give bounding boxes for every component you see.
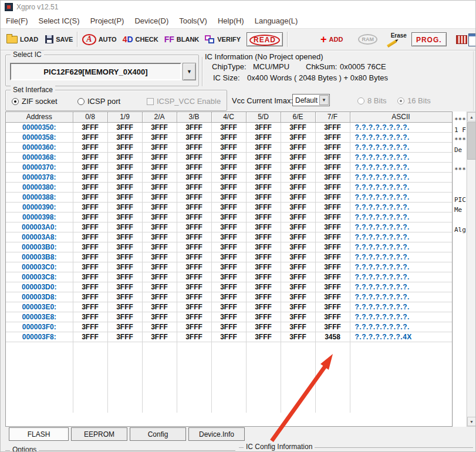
- hex-address-cell[interactable]: 000003B8:: [6, 252, 73, 262]
- hex-value-cell[interactable]: 3FFF: [107, 322, 142, 332]
- bits-8-radio[interactable]: 8 Bits: [357, 96, 387, 105]
- hex-value-cell[interactable]: 3FFF: [107, 332, 142, 342]
- hex-ascii-cell[interactable]: ?.?.?.?.?.?.?.4X: [350, 332, 452, 342]
- hex-value-cell[interactable]: 3FFF: [142, 212, 177, 222]
- hex-ascii-cell[interactable]: ?.?.?.?.?.?.?.?.: [350, 192, 452, 202]
- hex-value-cell[interactable]: 3FFF: [73, 202, 107, 212]
- selected-ic-display[interactable]: PIC12F629[MEMORY_0X400]: [10, 63, 181, 80]
- hex-address-cell[interactable]: 000003C0:: [6, 262, 73, 272]
- hex-value-cell[interactable]: 3FFF: [211, 252, 246, 262]
- hex-value-cell[interactable]: 3FFF: [315, 272, 350, 282]
- hex-value-cell[interactable]: 3FFF: [246, 312, 281, 322]
- hex-value-cell[interactable]: 3FFF: [211, 282, 246, 292]
- auto-button[interactable]: A AUTO: [82, 34, 116, 45]
- hex-value-cell[interactable]: 3FFF: [246, 142, 281, 152]
- hex-ascii-cell[interactable]: ?.?.?.?.?.?.?.?.: [350, 202, 452, 212]
- hex-value-cell[interactable]: 3FFF: [281, 292, 315, 302]
- tab-eeprom[interactable]: EEPROM: [71, 427, 127, 441]
- hex-value-cell[interactable]: 3FFF: [177, 212, 211, 222]
- menu-item-help[interactable]: Help(H): [212, 14, 249, 29]
- erase-button[interactable]: Erase: [387, 32, 407, 47]
- hex-value-cell[interactable]: 3FFF: [281, 132, 315, 142]
- ic-dropdown-button[interactable]: ▼: [183, 63, 196, 80]
- check-button[interactable]: 4D CHECK: [123, 35, 158, 43]
- hex-ascii-cell[interactable]: ?.?.?.?.?.?.?.?.: [350, 222, 452, 232]
- hex-ascii-cell[interactable]: ?.?.?.?.?.?.?.?.: [350, 162, 452, 172]
- bits-16-radio[interactable]: 16 Bits: [397, 96, 431, 105]
- hex-value-cell[interactable]: 3FFF: [211, 172, 246, 182]
- hex-address-cell[interactable]: 00000378:: [6, 172, 73, 182]
- hex-value-cell[interactable]: 3FFF: [211, 242, 246, 252]
- hex-ascii-cell[interactable]: ?.?.?.?.?.?.?.?.: [350, 232, 452, 242]
- hex-value-cell[interactable]: 3FFF: [315, 312, 350, 322]
- ram-button[interactable]: RAM: [358, 34, 377, 45]
- hex-address-cell[interactable]: 000003E0:: [6, 302, 73, 312]
- hex-value-cell[interactable]: 3FFF: [73, 222, 107, 232]
- hex-value-cell[interactable]: 3FFF: [142, 312, 177, 322]
- hex-address-cell[interactable]: 00000370:: [6, 162, 73, 172]
- hex-value-cell[interactable]: 3FFF: [107, 182, 142, 192]
- hex-value-cell[interactable]: 3FFF: [315, 152, 350, 162]
- hex-value-cell[interactable]: 3FFF: [177, 282, 211, 292]
- hex-address-cell[interactable]: 00000398:: [6, 212, 73, 222]
- hex-value-cell[interactable]: 3FFF: [142, 322, 177, 332]
- hex-value-cell[interactable]: 3FFF: [177, 162, 211, 172]
- prog-button[interactable]: PROG.: [411, 32, 447, 46]
- hex-value-cell[interactable]: 3FFF: [246, 132, 281, 142]
- hex-value-cell[interactable]: 3FFF: [246, 272, 281, 282]
- hex-value-cell[interactable]: 3FFF: [211, 212, 246, 222]
- hex-value-cell[interactable]: 3FFF: [246, 172, 281, 182]
- hex-value-cell[interactable]: 3FFF: [281, 142, 315, 152]
- zif-socket-radio[interactable]: ZIF socket: [12, 97, 58, 106]
- hex-value-cell[interactable]: 3FFF: [211, 222, 246, 232]
- tab-config[interactable]: Config: [130, 427, 186, 441]
- hex-value-cell[interactable]: 3FFF: [73, 292, 107, 302]
- hex-value-cell[interactable]: 3FFF: [281, 182, 315, 192]
- scroll-down-button[interactable]: ▼: [467, 417, 476, 426]
- hex-address-cell[interactable]: 00000350:: [6, 122, 73, 132]
- save-button[interactable]: SAVE: [45, 35, 73, 43]
- hex-value-cell[interactable]: 3FFF: [246, 322, 281, 332]
- hex-value-cell[interactable]: 3FFF: [142, 132, 177, 142]
- hex-value-cell[interactable]: 3FFF: [315, 212, 350, 222]
- hex-value-cell[interactable]: 3FFF: [142, 242, 177, 252]
- hex-value-cell[interactable]: 3FFF: [142, 282, 177, 292]
- hex-value-cell[interactable]: 3FFF: [142, 262, 177, 272]
- hex-value-cell[interactable]: 3FFF: [142, 302, 177, 312]
- hex-value-cell[interactable]: 3FFF: [177, 172, 211, 182]
- hex-ascii-cell[interactable]: ?.?.?.?.?.?.?.?.: [350, 182, 452, 192]
- hex-value-cell[interactable]: 3FFF: [177, 292, 211, 302]
- hex-ascii-cell[interactable]: ?.?.?.?.?.?.?.?.: [350, 152, 452, 162]
- hex-value-cell[interactable]: 3FFF: [246, 222, 281, 232]
- hex-ascii-cell[interactable]: ?.?.?.?.?.?.?.?.: [350, 252, 452, 262]
- hex-value-cell[interactable]: 3FFF: [246, 332, 281, 342]
- hex-value-cell[interactable]: 3FFF: [246, 182, 281, 192]
- add-button[interactable]: + ADD: [320, 35, 343, 44]
- hex-value-cell[interactable]: 3FFF: [73, 212, 107, 222]
- hex-ascii-cell[interactable]: ?.?.?.?.?.?.?.?.: [350, 282, 452, 292]
- hex-value-cell[interactable]: 3FFF: [73, 302, 107, 312]
- hex-value-cell[interactable]: 3FFF: [315, 282, 350, 292]
- hex-value-cell[interactable]: 3FFF: [73, 162, 107, 172]
- menu-item-language[interactable]: Language(L): [249, 14, 303, 29]
- hex-ascii-cell[interactable]: ?.?.?.?.?.?.?.?.: [350, 242, 452, 252]
- hex-ascii-cell[interactable]: ?.?.?.?.?.?.?.?.: [350, 132, 452, 142]
- menu-item-file[interactable]: File(F): [1, 14, 33, 29]
- hex-value-cell[interactable]: 3FFF: [211, 192, 246, 202]
- hex-value-cell[interactable]: 3FFF: [107, 312, 142, 322]
- hex-value-cell[interactable]: 3FFF: [246, 212, 281, 222]
- hex-value-cell[interactable]: 3FFF: [211, 272, 246, 282]
- hex-address-cell[interactable]: 00000358:: [6, 132, 73, 142]
- hex-value-cell[interactable]: 3FFF: [315, 192, 350, 202]
- hex-value-cell[interactable]: 3FFF: [142, 272, 177, 282]
- hex-value-cell[interactable]: 3FFF: [211, 322, 246, 332]
- hex-value-cell[interactable]: 3FFF: [281, 282, 315, 292]
- hex-value-cell[interactable]: 3FFF: [142, 252, 177, 262]
- hex-value-cell[interactable]: 3FFF: [107, 262, 142, 272]
- hex-value-cell[interactable]: 3FFF: [281, 302, 315, 312]
- hex-value-cell[interactable]: 3FFF: [73, 122, 107, 132]
- hex-value-cell[interactable]: 3FFF: [177, 312, 211, 322]
- hex-value-cell[interactable]: 3FFF: [73, 152, 107, 162]
- hex-address-cell[interactable]: 000003C8:: [6, 272, 73, 282]
- hex-ascii-cell[interactable]: ?.?.?.?.?.?.?.?.: [350, 312, 452, 322]
